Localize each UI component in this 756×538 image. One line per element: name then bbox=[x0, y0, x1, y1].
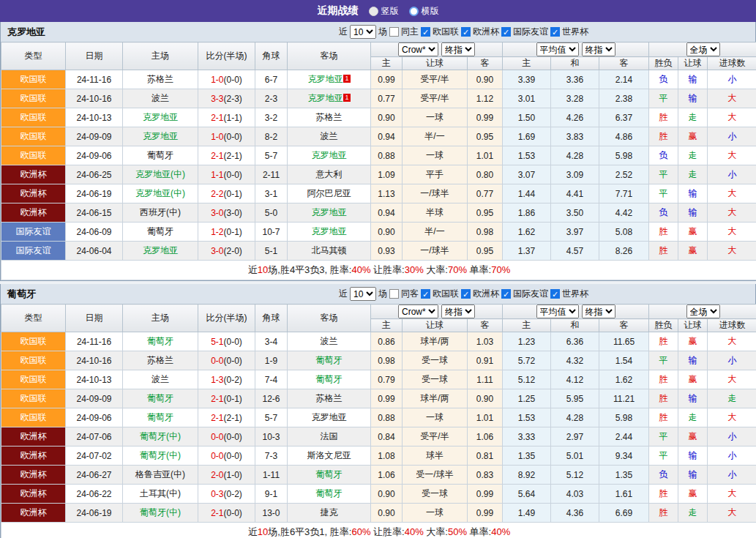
date-cell: 24-06-22 bbox=[66, 485, 123, 504]
score-cell: 5-1(0-0) bbox=[198, 332, 255, 351]
odds-home-cell: 0.99 bbox=[371, 70, 403, 89]
competition-checkbox-2[interactable]: ✓ bbox=[501, 27, 511, 37]
odds-home-cell: 0.79 bbox=[371, 370, 403, 389]
odds-away-cell: 0.77 bbox=[468, 184, 503, 203]
result-handicap-cell: 走 bbox=[678, 408, 708, 427]
games-count-select[interactable]: 10 bbox=[350, 287, 376, 301]
odds-home-cell: 0.90 bbox=[371, 504, 403, 523]
result-wdl-cell: 胜 bbox=[649, 108, 678, 127]
avg-draw-cell: 4.36 bbox=[551, 504, 599, 523]
competition-type-cell: 欧洲杯 bbox=[1, 203, 66, 223]
avg-draw-cell: 3.36 bbox=[551, 70, 599, 89]
home-team-name: 葡萄牙 bbox=[147, 226, 173, 236]
avg-select-group: 平均值终指 bbox=[503, 42, 649, 57]
odds-away-cell: 0.99 bbox=[468, 485, 503, 504]
competition-checkbox-0[interactable]: ✓ bbox=[421, 27, 430, 37]
sub-col-header: 主 bbox=[371, 57, 403, 70]
sub-col-header: 主 bbox=[503, 57, 551, 70]
games-count-select[interactable]: 10 bbox=[350, 25, 376, 39]
scope-select[interactable]: 全场 bbox=[686, 42, 720, 56]
home-team-cell: 葡萄牙(中) bbox=[123, 504, 198, 523]
home-team-name: 克罗地亚(中) bbox=[135, 188, 185, 198]
avg-company-select[interactable]: 平均值 bbox=[536, 305, 579, 318]
date-cell: 24-06-15 bbox=[66, 203, 123, 223]
score-halftime: (0-1) bbox=[224, 394, 242, 404]
avg-away-cell: 6.69 bbox=[599, 504, 649, 523]
summary-segment: 50% bbox=[448, 526, 467, 537]
radio-horizontal-label: 横版 bbox=[422, 5, 439, 18]
score-cell: 1-2(0-1) bbox=[198, 223, 255, 242]
away-team-name: 克罗地亚 bbox=[307, 93, 343, 103]
competition-checkbox-3[interactable]: ✓ bbox=[550, 289, 560, 299]
odds-handicap-cell: 受一球 bbox=[403, 485, 468, 504]
score-cell: 2-1(2-1) bbox=[198, 408, 255, 427]
competition-checkbox-3[interactable]: ✓ bbox=[550, 27, 560, 37]
home-team-cell: 克罗地亚 bbox=[123, 242, 198, 261]
avg-away-cell: 2.52 bbox=[599, 165, 649, 184]
away-team-name: 克罗地亚 bbox=[307, 74, 343, 84]
date-cell: 24-09-09 bbox=[66, 127, 123, 146]
odds-stage-select[interactable]: 终指 bbox=[441, 42, 475, 56]
result-goals-cell: 小 bbox=[708, 351, 756, 370]
odds-away-cell: 1.01 bbox=[468, 408, 503, 427]
avg-draw-cell: 2.97 bbox=[551, 427, 599, 447]
result-wdl-cell: 胜 bbox=[649, 485, 678, 504]
avg-company-select[interactable]: 平均值 bbox=[536, 42, 579, 56]
home-team-name: 葡萄牙 bbox=[147, 150, 173, 160]
away-team-name: 葡萄牙 bbox=[316, 374, 343, 384]
sub-col-header: 主 bbox=[371, 319, 403, 332]
date-cell: 24-10-13 bbox=[66, 370, 123, 389]
result-goals-cell: 小 bbox=[708, 165, 756, 184]
odds-handicap-cell: 球半/两 bbox=[403, 389, 468, 408]
avg-home-cell: 3.33 bbox=[503, 427, 551, 447]
competition-label: 世界杯 bbox=[562, 288, 588, 300]
result-goals-cell: 大 bbox=[708, 146, 756, 165]
layout-radio-horizontal[interactable]: 横版 bbox=[409, 5, 439, 18]
away-team-cell: 葡萄牙 bbox=[288, 466, 371, 485]
odds-home-cell: 0.94 bbox=[371, 127, 403, 146]
corner-cell: 7-3 bbox=[255, 447, 288, 466]
odds-handicap-cell: 受一球 bbox=[403, 370, 468, 389]
score-cell: 3-3(2-3) bbox=[198, 89, 255, 108]
avg-home-cell: 1.62 bbox=[503, 223, 551, 242]
match-row: 欧国联24-10-16苏格兰0-0(0-0)1-9葡萄牙0.98受一球0.915… bbox=[1, 351, 756, 370]
radio-vertical-label: 竖版 bbox=[381, 5, 399, 18]
summary-segment: 70% bbox=[491, 264, 510, 275]
odds-company-select[interactable]: Crow* bbox=[398, 42, 438, 56]
odds-handicap-cell: 半/一 bbox=[403, 127, 468, 146]
date-cell: 24-06-19 bbox=[66, 504, 123, 523]
same-side-checkbox[interactable] bbox=[389, 27, 399, 37]
odds-stage-select[interactable]: 终指 bbox=[441, 305, 475, 318]
competition-checkbox-1[interactable]: ✓ bbox=[461, 289, 471, 299]
home-team-name: 葡萄牙(中) bbox=[140, 450, 181, 460]
home-team-name: 克罗地亚(中) bbox=[135, 169, 185, 179]
home-team-name: 克罗地亚 bbox=[143, 245, 178, 255]
radio-unselected-icon[interactable] bbox=[409, 7, 419, 16]
col-header-corner: 角球 bbox=[255, 305, 288, 332]
avg-draw-cell: 3.28 bbox=[551, 89, 599, 108]
same-side-checkbox[interactable] bbox=[389, 289, 399, 299]
result-handicap-cell: 输 bbox=[678, 389, 708, 408]
odds-away-cell: 1.06 bbox=[468, 427, 503, 447]
odds-away-cell: 0.95 bbox=[468, 242, 503, 261]
scope-select[interactable]: 全场 bbox=[686, 305, 720, 318]
avg-stage-select[interactable]: 终指 bbox=[582, 305, 615, 318]
competition-checkbox-0[interactable]: ✓ bbox=[421, 289, 430, 299]
result-wdl-cell: 胜 bbox=[649, 408, 678, 427]
avg-stage-select[interactable]: 终指 bbox=[582, 42, 615, 56]
sub-col-header: 进球数 bbox=[708, 57, 756, 70]
away-team-cell: 克罗地亚 bbox=[288, 408, 371, 427]
header-row-groups: 类型日期主场比分(半场)角球客场Crow*终指平均值终指全场 bbox=[1, 305, 756, 319]
odds-handicap-cell: 受一球 bbox=[403, 351, 468, 370]
away-team-name: 葡萄牙 bbox=[316, 469, 343, 479]
odds-handicap-cell: 半/一 bbox=[403, 223, 468, 242]
odds-select-group: Crow*终指 bbox=[371, 305, 503, 319]
odds-company-select[interactable]: Crow* bbox=[398, 305, 438, 318]
competition-checkbox-1[interactable]: ✓ bbox=[461, 27, 471, 37]
competition-checkbox-2[interactable]: ✓ bbox=[501, 289, 511, 299]
corner-cell: 5-7 bbox=[255, 146, 288, 165]
odds-handicap-cell: 一/球半 bbox=[403, 242, 468, 261]
layout-radio-vertical[interactable]: 竖版 bbox=[369, 5, 399, 18]
sub-col-header: 和 bbox=[551, 57, 599, 70]
radio-selected-icon[interactable] bbox=[369, 7, 378, 16]
